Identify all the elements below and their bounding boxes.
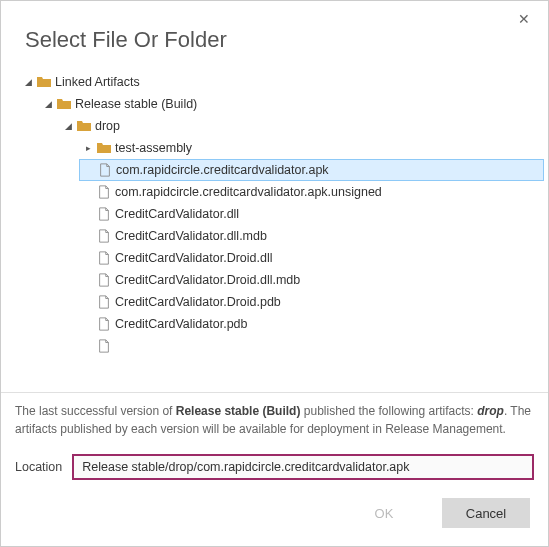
tree-label: CreditCardValidator.Droid.dll	[115, 251, 272, 265]
tree-view[interactable]: ◢ Linked Artifacts ◢ Release stable (Bui…	[1, 67, 548, 393]
tree-label: com.rapidcircle.creditcardvalidator.apk	[116, 163, 329, 177]
tree-label: drop	[95, 119, 120, 133]
tree-node-file[interactable]: ▸ CreditCardValidator.pdb	[79, 313, 548, 335]
file-icon	[97, 162, 113, 178]
tree-node-release[interactable]: ◢ Release stable (Build)	[39, 93, 548, 115]
tree-node-file[interactable]: ▸ CreditCardValidator.dll.mdb	[79, 225, 548, 247]
tree-node-file[interactable]: ▸ com.rapidcircle.creditcardvalidator.ap…	[79, 159, 544, 181]
tree-label: Linked Artifacts	[55, 75, 140, 89]
dialog-title: Select File Or Folder	[1, 1, 548, 67]
info-pre: The last successful version of	[15, 404, 176, 418]
tree-label: com.rapidcircle.creditcardvalidator.apk.…	[115, 185, 382, 199]
close-icon: ✕	[518, 11, 530, 27]
caret-right-icon[interactable]: ▸	[83, 143, 93, 153]
file-icon	[96, 184, 112, 200]
tree-node-file[interactable]: ▸ CreditCardValidator.dll	[79, 203, 548, 225]
info-mid: published the following artifacts:	[300, 404, 477, 418]
cancel-button[interactable]: Cancel	[442, 498, 530, 528]
folder-icon	[36, 74, 52, 90]
tree-label: CreditCardValidator.dll.mdb	[115, 229, 267, 243]
folder-icon	[56, 96, 72, 112]
caret-down-icon[interactable]: ◢	[63, 121, 73, 131]
tree-node-drop[interactable]: ◢ drop	[59, 115, 548, 137]
tree-label: CreditCardValidator.pdb	[115, 317, 247, 331]
caret-down-icon[interactable]: ◢	[23, 77, 33, 87]
tree-label: test-assembly	[115, 141, 192, 155]
info-text: The last successful version of Release s…	[1, 393, 548, 444]
file-icon	[96, 272, 112, 288]
tree-label: CreditCardValidator.dll	[115, 207, 239, 221]
file-icon	[96, 338, 112, 354]
tree-node-linked-artifacts[interactable]: ◢ Linked Artifacts	[19, 71, 548, 93]
caret-down-icon[interactable]: ◢	[43, 99, 53, 109]
tree-label: Release stable (Build)	[75, 97, 197, 111]
tree-node-file[interactable]: ▸ com.rapidcircle.creditcardvalidator.ap…	[79, 181, 548, 203]
folder-icon	[76, 118, 92, 134]
tree-node-file[interactable]: ▸	[79, 335, 548, 357]
tree-node-file[interactable]: ▸ CreditCardValidator.Droid.dll	[79, 247, 548, 269]
info-bold-release: Release stable (Build)	[176, 404, 301, 418]
folder-icon	[96, 140, 112, 156]
file-icon	[96, 316, 112, 332]
file-icon	[96, 206, 112, 222]
tree-label: CreditCardValidator.Droid.dll.mdb	[115, 273, 300, 287]
tree-node-file[interactable]: ▸ CreditCardValidator.Droid.pdb	[79, 291, 548, 313]
location-label: Location	[15, 460, 62, 474]
file-icon	[96, 228, 112, 244]
tree-node-test-assembly[interactable]: ▸ test-assembly	[79, 137, 548, 159]
ok-button[interactable]: OK	[340, 498, 428, 528]
info-bold-drop: drop	[477, 404, 504, 418]
tree-label: CreditCardValidator.Droid.pdb	[115, 295, 281, 309]
close-button[interactable]: ✕	[514, 9, 534, 29]
file-icon	[96, 250, 112, 266]
file-icon	[96, 294, 112, 310]
location-input[interactable]	[72, 454, 534, 480]
tree-node-file[interactable]: ▸ CreditCardValidator.Droid.dll.mdb	[79, 269, 548, 291]
